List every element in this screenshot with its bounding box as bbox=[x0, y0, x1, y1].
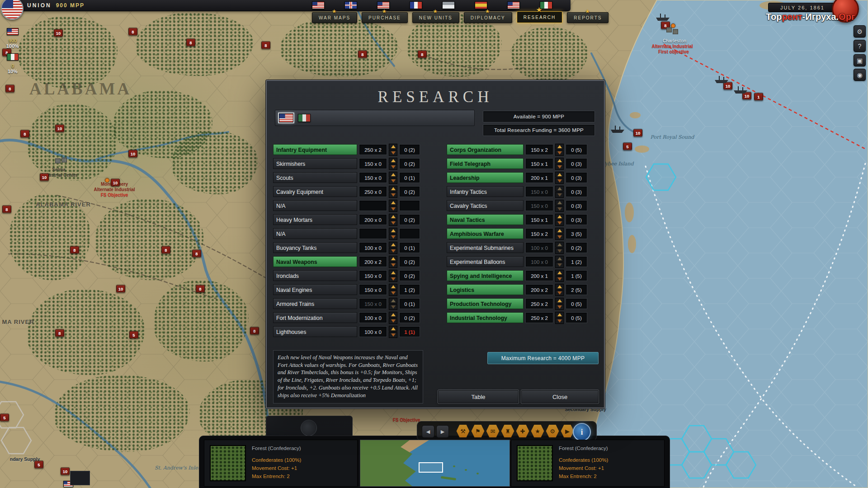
increase-chits-button[interactable] bbox=[389, 158, 397, 164]
research-category[interactable]: Naval Tactics bbox=[447, 214, 524, 225]
decrease-chits-button[interactable] bbox=[555, 318, 564, 324]
increase-chits-button[interactable] bbox=[555, 186, 564, 192]
research-category[interactable]: Cavalry Tactics bbox=[447, 200, 524, 211]
unit-strength-badge[interactable]: 10 bbox=[128, 150, 137, 158]
decrease-chits-button[interactable] bbox=[389, 290, 397, 296]
menu-reports[interactable]: ★ Reports bbox=[567, 12, 609, 23]
decrease-chits-button[interactable] bbox=[389, 164, 397, 170]
increase-chits-button[interactable] bbox=[389, 172, 397, 178]
unit-strength-badge[interactable]: 10 bbox=[723, 82, 732, 90]
increase-chits-button[interactable] bbox=[555, 214, 564, 220]
unit-strength-badge[interactable]: 5 bbox=[0, 414, 9, 422]
unit-hex-icon[interactable]: ♜ bbox=[501, 424, 514, 438]
increase-chits-button[interactable] bbox=[389, 186, 397, 192]
minimap-viewport[interactable] bbox=[419, 462, 443, 473]
unit-strength-badge[interactable]: 8 bbox=[20, 130, 29, 138]
flag-uk[interactable] bbox=[344, 1, 357, 9]
unit-strength-badge[interactable]: 10 bbox=[40, 174, 49, 181]
unit-strength-badge[interactable]: 10 bbox=[116, 285, 125, 293]
research-category[interactable]: N/A bbox=[273, 200, 357, 211]
options-hex-icon[interactable]: ⚙ bbox=[546, 424, 559, 438]
minimap[interactable] bbox=[360, 440, 510, 487]
decrease-chits-button[interactable] bbox=[555, 192, 564, 198]
decrease-chits-button[interactable] bbox=[389, 262, 397, 268]
increase-chits-button[interactable] bbox=[389, 214, 397, 220]
unit-strength-badge[interactable]: 8 bbox=[161, 246, 170, 254]
increase-chits-button[interactable] bbox=[555, 298, 564, 304]
decrease-chits-button[interactable] bbox=[389, 220, 397, 226]
usa-flag-tab[interactable] bbox=[279, 113, 293, 122]
unit-strength-badge[interactable]: 10 bbox=[61, 468, 70, 475]
decrease-chits-button[interactable] bbox=[389, 318, 397, 324]
unit-strength-badge[interactable]: 10 bbox=[54, 29, 63, 37]
ship-unit[interactable] bbox=[734, 86, 747, 94]
decrease-chits-button[interactable] bbox=[389, 150, 397, 156]
increase-chits-button[interactable] bbox=[389, 200, 397, 206]
decrease-chits-button[interactable] bbox=[555, 248, 564, 254]
research-category[interactable]: Fort Modernization bbox=[273, 312, 357, 323]
unit-strength-badge[interactable]: 8 bbox=[70, 246, 79, 254]
decrease-chits-button[interactable] bbox=[555, 164, 564, 170]
increase-chits-button[interactable] bbox=[389, 270, 397, 276]
flag-usa[interactable] bbox=[312, 1, 325, 9]
increase-chits-button[interactable] bbox=[555, 144, 564, 150]
menu-diplomacy[interactable]: ★ Diplomacy bbox=[464, 12, 512, 23]
increase-chits-button[interactable] bbox=[389, 256, 397, 262]
research-category[interactable]: Naval Engines bbox=[273, 284, 357, 295]
increase-chits-button[interactable] bbox=[555, 158, 564, 164]
unit-strength-badge[interactable]: 5 bbox=[129, 331, 138, 339]
unit-strength-badge[interactable]: 10 bbox=[55, 125, 64, 132]
decrease-chits-button[interactable] bbox=[555, 262, 564, 268]
flag-neutral[interactable] bbox=[442, 1, 455, 9]
unit-strength-badge[interactable]: 8 bbox=[418, 51, 427, 58]
message-hex-icon[interactable]: ✉ bbox=[486, 424, 500, 438]
help-icon[interactable]: ? bbox=[854, 40, 866, 52]
info-button[interactable]: i bbox=[573, 423, 591, 441]
increase-chits-button[interactable] bbox=[555, 270, 564, 276]
increase-chits-button[interactable] bbox=[555, 256, 564, 262]
ship-unit[interactable] bbox=[656, 14, 670, 21]
flag-france[interactable] bbox=[410, 1, 422, 9]
increase-chits-button[interactable] bbox=[389, 228, 397, 234]
ship-unit[interactable] bbox=[715, 76, 728, 83]
unit-strength-badge[interactable]: 8 bbox=[192, 250, 201, 258]
research-category[interactable]: Leadership bbox=[447, 172, 524, 183]
reinforce-hex-icon[interactable]: ✚ bbox=[516, 424, 529, 438]
menu-war-maps[interactable]: ★ War Maps bbox=[312, 12, 357, 23]
unit-strength-badge[interactable]: 8 bbox=[2, 206, 11, 213]
research-category[interactable]: Spying and Intelligence bbox=[447, 270, 524, 281]
increase-chits-button[interactable] bbox=[389, 242, 397, 248]
decrease-chits-button[interactable] bbox=[389, 206, 397, 212]
decrease-chits-button[interactable] bbox=[389, 192, 397, 198]
research-category[interactable]: Buoyancy Tanks bbox=[273, 242, 357, 253]
research-category[interactable]: Scouts bbox=[273, 172, 357, 183]
menu-research[interactable]: ★ Research bbox=[517, 11, 563, 23]
research-category[interactable]: Lighthouses bbox=[273, 326, 357, 337]
research-category[interactable]: Cavalry Equipment bbox=[273, 186, 357, 197]
increase-chits-button[interactable] bbox=[389, 326, 397, 332]
research-category[interactable]: Armored Trains bbox=[273, 298, 357, 309]
close-button[interactable]: Close bbox=[521, 390, 599, 404]
research-category[interactable]: Heavy Mortars bbox=[273, 214, 357, 225]
research-category[interactable]: Ironclads bbox=[273, 270, 357, 281]
decrease-chits-button[interactable] bbox=[389, 304, 397, 310]
increase-chits-button[interactable] bbox=[555, 200, 564, 206]
increase-chits-button[interactable] bbox=[389, 284, 397, 290]
decrease-chits-button[interactable] bbox=[555, 150, 564, 156]
menu-new-units[interactable]: ★ New Units bbox=[412, 12, 459, 23]
unit-strength-badge[interactable]: 8 bbox=[128, 28, 137, 36]
increase-chits-button[interactable] bbox=[555, 312, 564, 318]
ship-unit[interactable] bbox=[611, 126, 624, 133]
mexico-flag-tab[interactable] bbox=[298, 114, 311, 122]
research-category[interactable]: Skirmishers bbox=[273, 158, 357, 169]
decrease-chits-button[interactable] bbox=[555, 220, 564, 226]
research-category[interactable]: Logistics bbox=[447, 284, 524, 295]
increase-chits-button[interactable] bbox=[389, 298, 397, 304]
unit-strength-badge[interactable]: 8 bbox=[261, 42, 270, 49]
settings-icon[interactable]: ⚙ bbox=[854, 25, 866, 38]
decrease-chits-button[interactable] bbox=[389, 276, 397, 282]
menu-purchase[interactable]: ★ Purchase bbox=[362, 12, 408, 23]
corner-unit-box[interactable] bbox=[70, 471, 90, 485]
unit-strength-badge[interactable]: 8 bbox=[186, 39, 195, 47]
research-category[interactable]: Production Technology bbox=[447, 298, 524, 309]
